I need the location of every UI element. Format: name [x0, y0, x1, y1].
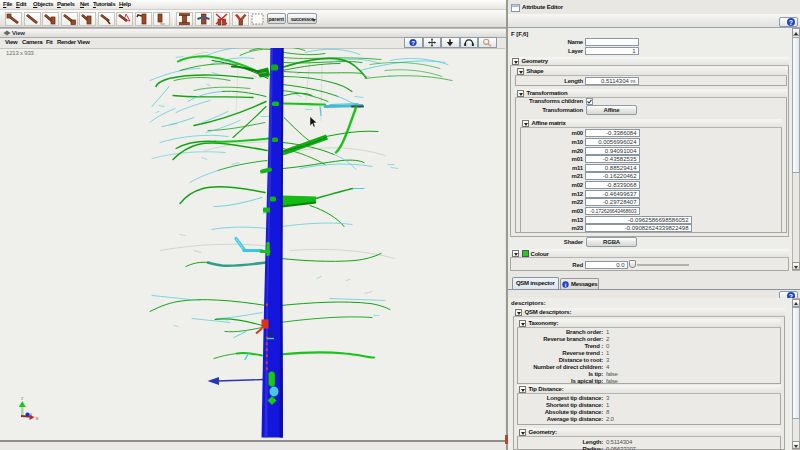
svg-text:?: ?: [789, 18, 793, 25]
svg-text:x: x: [36, 415, 39, 421]
svg-text:?: ?: [411, 39, 415, 45]
svg-text:z: z: [21, 395, 24, 400]
svg-text:y: y: [30, 410, 33, 416]
